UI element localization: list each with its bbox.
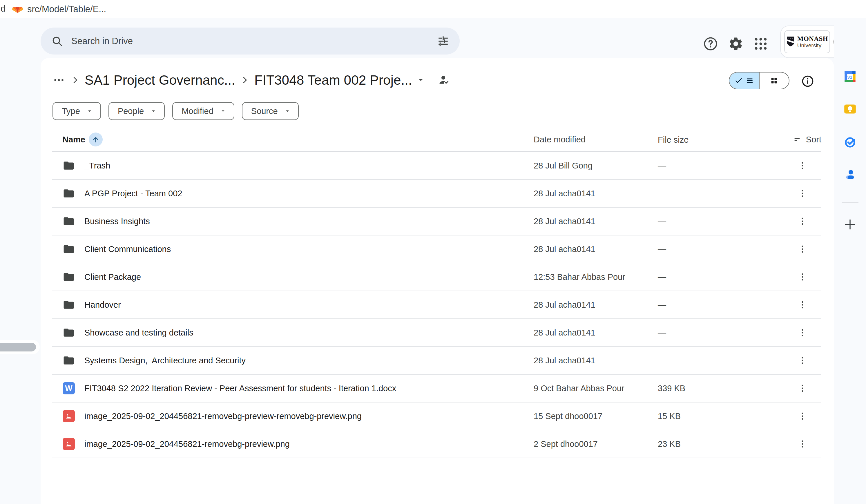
sort-menu-button[interactable]: Sort (792, 135, 821, 144)
caret-down-icon (283, 107, 292, 115)
more-options-icon[interactable] (796, 381, 809, 395)
date-modified: 28 Jul acha0141 (534, 189, 658, 198)
more-options-icon[interactable] (796, 159, 809, 172)
table-row[interactable]: Systems Design, Architecture and Securit… (52, 347, 821, 375)
google-contacts-icon[interactable] (844, 168, 856, 181)
more-options-icon[interactable] (796, 298, 809, 312)
filter-chip-modified[interactable]: Modified (172, 102, 234, 120)
date-modified: 28 Jul acha0141 (534, 300, 658, 310)
file-size: — (658, 300, 789, 310)
column-header-size: File size (658, 135, 689, 145)
more-options-icon[interactable] (796, 270, 809, 284)
filter-chip-people[interactable]: People (109, 102, 165, 120)
more-options-icon[interactable] (796, 354, 809, 367)
date-modified: 9 Oct Bahar Abbas Pour (534, 384, 658, 393)
table-row[interactable]: Client Package 12:53 Bahar Abbas Pour — (52, 263, 821, 291)
file-name: FIT3048 S2 2022 Iteration Review - Peer … (85, 384, 396, 393)
table-row[interactable]: image_2025-09-02_204456821-removebg-prev… (52, 430, 821, 458)
filter-chip-source[interactable]: Source (242, 102, 299, 120)
tune-filter-icon[interactable] (437, 35, 449, 47)
folder-icon (62, 215, 75, 228)
table-row[interactable]: image_2025-09-02_204456821-removebg-prev… (52, 403, 821, 430)
file-name: image_2025-09-02_204456821-removebg-prev… (85, 439, 290, 449)
view-toggle (729, 72, 789, 89)
google-keep-icon[interactable] (844, 103, 856, 115)
date-modified: 28 Jul acha0141 (534, 217, 658, 226)
filter-chip-label: Modified (181, 107, 213, 116)
file-name: _Trash (85, 161, 110, 170)
image-file-icon (62, 438, 75, 450)
check-icon (734, 76, 743, 85)
date-modified: 28 Jul acha0141 (534, 245, 658, 254)
table-row[interactable]: Business Insights 28 Jul acha0141 — (52, 208, 821, 235)
file-size: — (658, 245, 789, 254)
table-row[interactable]: _Trash 28 Jul Bill Gong — (52, 152, 821, 180)
folder-icon (62, 299, 75, 311)
filter-chips: Type People Modified Source (53, 102, 299, 120)
search-icon[interactable] (51, 35, 63, 47)
folder-icon (62, 354, 75, 367)
search-input[interactable] (71, 36, 437, 46)
file-name: Handover (85, 300, 121, 310)
filter-chip-type[interactable]: Type (53, 102, 101, 120)
org-name: MONASH (797, 35, 828, 42)
file-size: 339 KB (658, 384, 789, 393)
folder-icon (62, 326, 75, 339)
caret-down-icon (85, 107, 94, 115)
date-modified: 28 Jul acha0141 (534, 328, 658, 338)
search-bar[interactable] (41, 27, 460, 55)
table-row[interactable]: Handover 28 Jul acha0141 — (52, 291, 821, 319)
side-panel-divider (842, 202, 858, 203)
list-view-button[interactable] (730, 72, 759, 89)
file-size: — (658, 328, 789, 338)
file-size: — (658, 217, 789, 226)
more-options-icon[interactable] (796, 242, 809, 256)
filter-chip-label: Source (251, 107, 278, 116)
info-icon[interactable] (801, 75, 814, 88)
file-size: 23 KB (658, 439, 789, 449)
table-row[interactable]: W FIT3048 S2 2022 Iteration Review - Pee… (52, 375, 821, 403)
file-name: Client Package (85, 272, 141, 282)
scrollbar-thumb[interactable] (0, 343, 36, 351)
more-horizontal-icon[interactable] (52, 74, 66, 87)
table-row[interactable]: Showcase and testing details 28 Jul acha… (52, 319, 821, 347)
gear-icon[interactable] (728, 36, 744, 52)
breadcrumb-current-folder[interactable]: FIT3048 Team 002 Proje... (254, 72, 412, 88)
file-size: — (658, 161, 789, 170)
drive-content-card: SA1 Project Governanc... FIT3048 Team 00… (41, 58, 834, 504)
shared-members-icon[interactable] (438, 74, 451, 87)
more-options-icon[interactable] (796, 214, 809, 228)
google-tasks-icon[interactable] (844, 136, 856, 148)
word-document-icon: W (62, 382, 75, 395)
more-options-icon[interactable] (796, 326, 809, 339)
chevron-right-icon (239, 75, 250, 86)
more-options-icon[interactable] (796, 409, 809, 423)
caret-down-icon[interactable] (415, 74, 426, 86)
organisation-logo: MONASH University (784, 30, 830, 53)
column-header-name[interactable]: Name (62, 135, 85, 144)
caret-down-icon (219, 107, 227, 115)
breadcrumb-parent-folder[interactable]: SA1 Project Governanc... (85, 72, 235, 88)
file-name: Client Communications (85, 245, 171, 254)
svg-text:31: 31 (847, 75, 852, 79)
folder-icon (62, 271, 75, 283)
apps-grid-icon[interactable] (753, 36, 768, 52)
file-name: image_2025-09-02_204456821-removebg-prev… (85, 412, 362, 421)
google-calendar-icon[interactable]: 31 (844, 70, 856, 83)
sort-ascending-button[interactable] (89, 133, 103, 146)
grid-view-button[interactable] (759, 72, 789, 89)
more-options-icon[interactable] (796, 187, 809, 200)
add-side-panel-app-icon[interactable] (843, 217, 857, 232)
browser-tab-title[interactable]: src/Model/Table/E... (27, 4, 106, 14)
grid-view-icon (770, 76, 778, 85)
help-icon[interactable] (703, 36, 718, 52)
file-size: — (658, 272, 789, 282)
more-options-icon[interactable] (796, 437, 809, 451)
table-row[interactable]: A PGP Project - Team 002 28 Jul acha0141… (52, 180, 821, 208)
file-rows: _Trash 28 Jul Bill Gong — A PGP Project … (52, 152, 821, 458)
folder-icon (62, 159, 75, 172)
sort-label: Sort (806, 135, 821, 144)
filter-chip-label: Type (62, 107, 80, 116)
edge-scroll-capsule (0, 340, 40, 354)
table-row[interactable]: Client Communications 28 Jul acha0141 — (52, 235, 821, 263)
